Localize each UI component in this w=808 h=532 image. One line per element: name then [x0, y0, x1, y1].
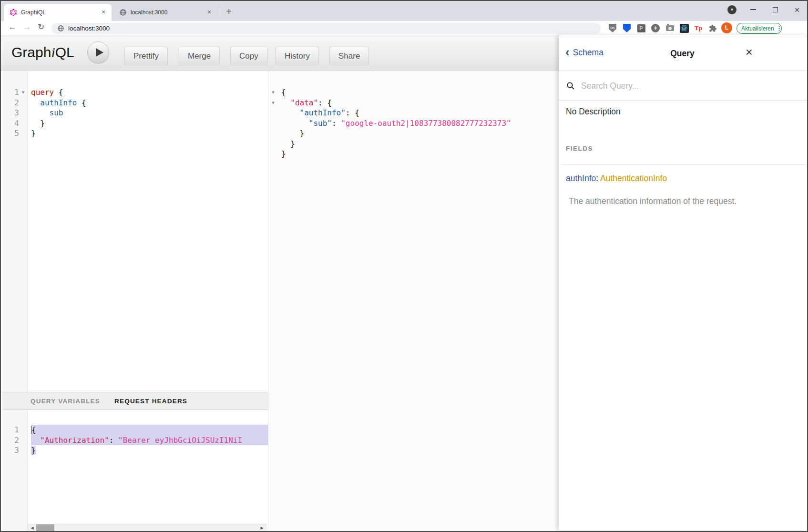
- line-number: 1▾: [2, 87, 27, 98]
- back-icon[interactable]: ←: [7, 22, 18, 32]
- doc-field-row: authInfo: AuthenticationInfo: [566, 174, 667, 184]
- maximize-button[interactable]: [770, 4, 780, 15]
- graphiql-logo: GraphiQL: [11, 44, 74, 61]
- headers-code[interactable]: { "Authorization": "Bearer eyJhbGciOiJSU…: [28, 410, 268, 531]
- doc-explorer-header: ‹ Schema Query ×: [559, 35, 806, 71]
- doc-divider: [562, 164, 806, 164]
- line-number-gutter: 123: [2, 410, 28, 531]
- scroll-right-icon[interactable]: ▶: [258, 524, 266, 532]
- fold-toggle-icon: [19, 445, 27, 456]
- fold-toggle-icon: [268, 108, 278, 118]
- history-button[interactable]: History: [276, 47, 319, 65]
- fold-toggle-icon[interactable]: ▾: [268, 98, 278, 108]
- play-icon: [96, 48, 103, 57]
- request-headers-editor-pane[interactable]: 123 { "Authorization": "Bearer eyJhbGciO…: [2, 410, 268, 531]
- fold-toggle-icon: [19, 98, 27, 108]
- download-indicator-icon[interactable]: ▼: [727, 5, 736, 14]
- code-line: }: [281, 149, 559, 159]
- tab-query-variables[interactable]: QUERY VARIABLES: [31, 398, 100, 405]
- fold-toggle-icon: [19, 108, 27, 118]
- minimize-button[interactable]: [748, 4, 758, 15]
- code-line: }: [31, 445, 268, 456]
- line-number: ▾: [268, 87, 278, 98]
- share-button[interactable]: Share: [329, 47, 369, 65]
- tab-request-headers[interactable]: REQUEST HEADERS: [114, 398, 187, 405]
- line-number: 1: [2, 425, 27, 435]
- maximize-icon: [773, 7, 778, 12]
- fold-toggle-icon: [19, 118, 27, 129]
- react-devtools-extension-icon[interactable]: [679, 23, 689, 33]
- merge-button[interactable]: Merge: [179, 47, 220, 65]
- line-number: 2: [2, 435, 27, 446]
- line-number: 4: [2, 118, 27, 129]
- globe-icon: [119, 9, 127, 16]
- tab-strip: GraphiQL × localhost:3000 × + ▼ ×: [1, 1, 807, 21]
- extensions-puzzle-icon[interactable]: [707, 23, 718, 33]
- prettify-button[interactable]: Prettify: [124, 47, 168, 65]
- move-tool-extension-icon[interactable]: +: [650, 23, 661, 33]
- tab-title: localhost:3000: [131, 9, 205, 16]
- window-close-button[interactable]: ×: [792, 4, 802, 15]
- screenshot-extension-icon[interactable]: [665, 23, 675, 33]
- fold-toggle-icon: [268, 149, 278, 159]
- address-bar[interactable]: [51, 23, 601, 34]
- execute-button[interactable]: [87, 41, 109, 63]
- fold-toggle-icon: [19, 128, 27, 139]
- browser-toolbar: ← → ↻ UO P +: [1, 21, 807, 35]
- shield-icon: [623, 24, 631, 32]
- code-line: {: [281, 87, 559, 98]
- code-line: "authInfo": {: [281, 108, 559, 118]
- field-name-link[interactable]: authInfo: [566, 174, 596, 183]
- close-icon[interactable]: ×: [205, 8, 214, 17]
- camera-icon: [666, 25, 674, 31]
- response-pane: ▾▾ { "data": { "authInfo": { "sub": "goo…: [268, 71, 559, 531]
- profile-avatar[interactable]: L: [721, 22, 732, 33]
- doc-search-input[interactable]: [581, 81, 762, 91]
- scroll-left-icon[interactable]: ◀: [28, 524, 36, 532]
- doc-explorer-panel: ‹ Schema Query × No Description FIELDS a…: [559, 35, 806, 530]
- code-line: "Authorization": "Bearer eyJhbGciOiJSUzI…: [31, 435, 268, 446]
- graphiql-toolbar: GraphiQL Prettify Merge Copy History Sha…: [1, 35, 559, 71]
- response-code: { "data": { "authInfo": { "sub": "google…: [278, 71, 559, 531]
- code-line: }: [281, 139, 559, 149]
- tab-localhost[interactable]: localhost:3000 ×: [113, 4, 217, 21]
- doc-close-icon[interactable]: ×: [746, 46, 753, 58]
- tab-graphiql[interactable]: GraphiQL ×: [4, 4, 112, 21]
- line-number: [268, 139, 278, 149]
- query-editor-pane[interactable]: 1▾2345 query { authInfo { sub }}: [2, 71, 268, 392]
- tab-title: GraphiQL: [21, 9, 99, 16]
- ublock-extension-icon[interactable]: UO: [607, 23, 618, 33]
- close-icon[interactable]: ×: [99, 8, 108, 17]
- doc-title: Query: [559, 49, 806, 59]
- type-name-link[interactable]: AuthenticationInfo: [600, 174, 667, 183]
- reload-icon[interactable]: ↻: [35, 22, 47, 32]
- line-number: ▾: [268, 98, 278, 108]
- forward-icon[interactable]: →: [21, 22, 32, 32]
- url-input[interactable]: [68, 25, 497, 32]
- fold-toggle-icon[interactable]: ▾: [19, 87, 27, 98]
- bitwarden-extension-icon[interactable]: [622, 23, 632, 33]
- horizontal-scrollbar[interactable]: ◀ ▶: [28, 524, 266, 532]
- kebab-menu-icon[interactable]: ⋮: [777, 25, 782, 32]
- chrome-update-button[interactable]: Aktualisieren ⋮: [736, 23, 782, 34]
- globe-icon: [57, 25, 64, 32]
- minimize-icon: [750, 9, 756, 10]
- new-tab-button[interactable]: +: [222, 5, 235, 19]
- tp-extension-icon[interactable]: Tp: [693, 23, 704, 33]
- graphql-logo-icon: [10, 9, 17, 16]
- browser-window: GraphiQL × localhost:3000 × + ▼ × ← → ↻: [0, 0, 808, 532]
- p-extension-icon[interactable]: P: [636, 23, 646, 33]
- copy-button[interactable]: Copy: [230, 47, 267, 65]
- code-line: }: [281, 128, 559, 139]
- code-line: authInfo {: [31, 98, 268, 108]
- code-line: {: [31, 425, 268, 435]
- doc-field-description: The authentication information of the re…: [569, 196, 736, 206]
- search-icon: [566, 82, 575, 90]
- fold-toggle-icon: [268, 118, 278, 129]
- scrollbar-thumb[interactable]: [36, 524, 54, 532]
- code-line: "sub": "google-oauth2|108377380082777232…: [281, 118, 559, 129]
- line-number: [268, 149, 278, 159]
- fold-toggle-icon: [268, 139, 278, 149]
- query-code[interactable]: query { authInfo { sub }}: [28, 71, 268, 392]
- fold-toggle-icon[interactable]: ▾: [268, 87, 278, 98]
